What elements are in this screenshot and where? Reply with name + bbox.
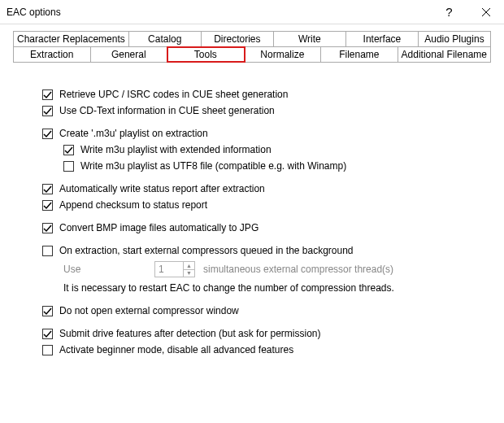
tab-filename[interactable]: Filename [321, 47, 398, 62]
checkbox-m3u-extended[interactable] [63, 145, 74, 155]
spinner-up-icon[interactable]: ▲ [184, 262, 194, 270]
label-use: Use [63, 264, 154, 275]
restart-note: It is necessary to restart EAC to change… [63, 282, 491, 294]
tab-normalize[interactable]: Normalize [245, 47, 322, 62]
tab-row-1: Character Replacements Catalog Directori… [14, 32, 490, 47]
checkbox-use-cdtext[interactable] [42, 106, 53, 116]
label-use-cdtext: Use CD-Text information in CUE sheet gen… [59, 105, 275, 116]
label-beginner-mode: Activate beginner mode, disable all adva… [59, 344, 293, 355]
label-create-m3u: Create '.m3u' playlist on extraction [59, 128, 208, 139]
tab-directories[interactable]: Directories [202, 32, 274, 46]
spinner-buttons: ▲ ▼ [183, 262, 194, 277]
tab-audio-plugins[interactable]: Audio Plugins [419, 32, 490, 46]
option-row: Retrieve UPC / ISRC codes in CUE sheet g… [42, 89, 491, 100]
option-row: Activate beginner mode, disable all adva… [42, 344, 491, 355]
close-button[interactable] [467, 0, 504, 24]
tabs-container: Character Replacements Catalog Directori… [13, 31, 491, 63]
checkbox-retrieve-upc[interactable] [42, 89, 53, 100]
tab-interface[interactable]: Interface [346, 32, 419, 46]
option-row: Do not open external compressor window [42, 305, 491, 316]
checkbox-auto-status[interactable] [42, 184, 53, 194]
threads-input[interactable] [155, 262, 183, 277]
option-row: Write m3u playlist as UTF8 file (compati… [63, 160, 491, 172]
label-submit-drive: Submit drive features after detection (b… [59, 328, 320, 339]
checkbox-ext-compress[interactable] [42, 246, 53, 256]
label-ext-compress: On extraction, start external compressor… [59, 245, 354, 256]
label-m3u-utf8: Write m3u playlist as UTF8 file (compati… [80, 160, 346, 172]
checkbox-create-m3u[interactable] [42, 129, 53, 139]
tab-catalog[interactable]: Catalog [129, 32, 202, 46]
option-row: Write m3u playlist with extended informa… [63, 144, 491, 155]
label-retrieve-upc: Retrieve UPC / ISRC codes in CUE sheet g… [59, 89, 288, 100]
label-m3u-extended: Write m3u playlist with extended informa… [80, 144, 272, 155]
tab-general[interactable]: General [91, 47, 168, 62]
threads-row: Use ▲ ▼ simultaneous external compressor… [63, 261, 491, 277]
checkbox-no-open-window[interactable] [42, 306, 53, 316]
tab-content: Retrieve UPC / ISRC codes in CUE sheet g… [0, 63, 504, 355]
threads-spinner[interactable]: ▲ ▼ [154, 261, 195, 277]
label-threads-suffix: simultaneous external compressor thread(… [203, 264, 393, 275]
tab-tools[interactable]: Tools [167, 47, 245, 62]
tab-write[interactable]: Write [274, 32, 346, 46]
tab-row-2: Extraction General Tools Normalize Filen… [14, 47, 490, 63]
label-auto-status: Automatically write status report after … [59, 183, 265, 194]
help-button[interactable]: ? [431, 0, 467, 24]
window-title: EAC options [7, 7, 431, 18]
option-row: Create '.m3u' playlist on extraction [42, 128, 491, 139]
option-row: Use CD-Text information in CUE sheet gen… [42, 105, 491, 116]
tab-additional-filename[interactable]: Additional Filename [398, 47, 490, 62]
checkbox-append-checksum[interactable] [42, 200, 53, 211]
label-no-open-window: Do not open external compressor window [59, 305, 239, 316]
option-row: Append checksum to status report [42, 199, 491, 211]
option-row: Automatically write status report after … [42, 183, 491, 194]
spinner-down-icon[interactable]: ▼ [184, 270, 194, 277]
titlebar: EAC options ? [0, 0, 504, 24]
option-row: Convert BMP image files automatically to… [42, 222, 491, 233]
option-row: Submit drive features after detection (b… [42, 328, 491, 339]
close-icon [482, 8, 490, 16]
tab-character-replacements[interactable]: Character Replacements [14, 32, 129, 46]
checkbox-convert-bmp[interactable] [42, 223, 53, 233]
checkbox-submit-drive[interactable] [42, 329, 53, 339]
option-row: On extraction, start external compressor… [42, 245, 491, 256]
tab-extraction[interactable]: Extraction [14, 47, 91, 62]
checkbox-m3u-utf8[interactable] [63, 161, 74, 172]
checkbox-beginner-mode[interactable] [42, 345, 53, 355]
label-convert-bmp: Convert BMP image files automatically to… [59, 222, 259, 233]
label-append-checksum: Append checksum to status report [59, 199, 207, 211]
